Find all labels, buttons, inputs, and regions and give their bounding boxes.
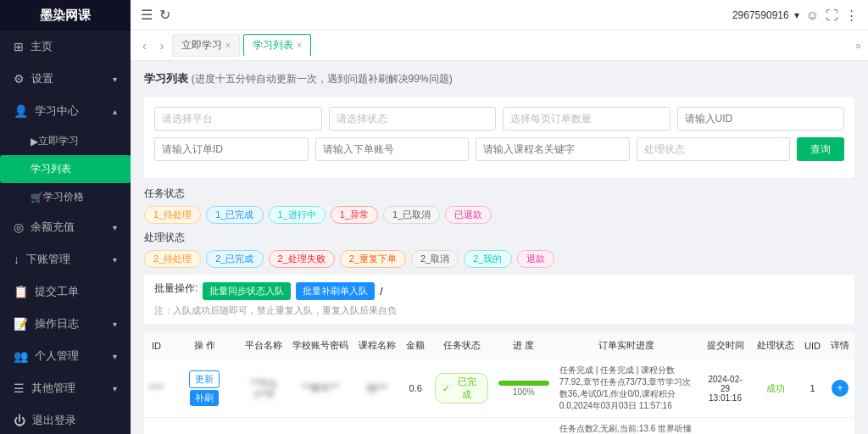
content-area: 学习列表 (进度十五分钟自动更新一次，遇到问题补刷解决99%问题) 请选择平台 … xyxy=(131,61,868,434)
sidebar-item-operation-log[interactable]: 📝 操作日志 ▾ xyxy=(0,308,131,340)
tag-completed[interactable]: 1_已完成 xyxy=(206,206,263,224)
tab-more-btn[interactable]: » xyxy=(855,40,861,52)
play-icon: ▶ xyxy=(31,136,38,147)
uid-input[interactable] xyxy=(677,107,845,131)
status-select[interactable]: 请选择状态 xyxy=(329,107,497,131)
refresh-icon[interactable]: ↻ xyxy=(159,7,170,23)
batch-fill-btn[interactable]: 批量补刷单入队 xyxy=(296,282,375,300)
cell-task-status: ✓ 已完成 xyxy=(430,359,493,418)
sidebar-item-settings[interactable]: ⚙ 设置 ▾ xyxy=(0,63,131,95)
col-course: 课程名称 xyxy=(353,332,401,359)
batch-sync-btn[interactable]: 批量同步状态入队 xyxy=(203,282,291,300)
cell-ops: 更新 补刷 xyxy=(169,418,240,435)
batch-ops-section: 批量操作: 批量同步状态入队 批量补刷单入队 / 注：入队成功后随即可，禁止重复… xyxy=(144,275,854,324)
tab-close-icon[interactable]: × xyxy=(297,41,302,50)
cell-amount: 0.6 xyxy=(401,359,430,418)
chevron-down-icon: ▾ xyxy=(113,223,117,232)
col-order-progress: 订单实时进度 xyxy=(554,332,698,359)
tab-instant-study[interactable]: 立即学习 × xyxy=(172,34,240,57)
tag-refunded[interactable]: 已退款 xyxy=(445,206,492,224)
tag-proc-processing[interactable]: 2_待处理 xyxy=(144,250,201,268)
user-dropdown-icon: ▾ xyxy=(794,9,799,21)
task-status-badge: ✓ 已完成 xyxy=(435,373,488,403)
tab-bar: ‹ › 立即学习 × 学习列表 × » xyxy=(131,31,868,61)
chevron-down-icon: ▾ xyxy=(113,352,117,361)
sidebar-item-label: 个人管理 xyxy=(35,348,79,364)
chevron-up-icon: ▴ xyxy=(113,107,117,116)
sidebar-item-label: 学习中心 xyxy=(35,103,79,119)
col-process-status: 处理状态 xyxy=(752,332,799,359)
table-row: **** 更新 补刷 ***学 ***账号*** 公*** 0.6 xyxy=(144,418,854,435)
tab-study-list[interactable]: 学习列表 × xyxy=(243,34,311,57)
cell-id: **** xyxy=(144,359,169,418)
more-icon[interactable]: ⋮ xyxy=(845,8,858,23)
tab-forward-btn[interactable]: › xyxy=(155,39,170,53)
fullscreen-icon[interactable]: ⛶ xyxy=(826,8,838,22)
detail-btn[interactable]: + xyxy=(832,380,849,397)
tag-proc-cancelled[interactable]: 2_取消 xyxy=(411,250,459,268)
task-status-section: 任务状态 1_待处理 1_已完成 1_进行中 1_异常 1_已取消 已退款 xyxy=(144,186,854,224)
sidebar-item-study-list[interactable]: 学习列表 xyxy=(0,155,131,183)
sidebar-item-learning-center[interactable]: 👤 学习中心 ▴ xyxy=(0,95,131,127)
progress-label: 100% xyxy=(498,387,549,397)
sidebar-item-label: 立即学习 xyxy=(38,134,79,148)
sidebar-item-label: 学习价格 xyxy=(43,190,84,204)
cell-course: 四*** xyxy=(353,359,401,418)
order-id-input[interactable] xyxy=(154,137,309,161)
table-header-row: ID 操 作 平台名称 学校账号密码 课程名称 金额 任务状态 进 度 订单实时… xyxy=(144,332,854,359)
tab-close-icon[interactable]: × xyxy=(225,41,231,50)
cell-progress: 85.92% xyxy=(493,418,554,435)
sidebar-logo: 墨染网课 xyxy=(0,0,131,31)
tag-proc-completed[interactable]: 2_已完成 xyxy=(206,250,263,268)
sidebar-item-label: 提交工单 xyxy=(35,284,79,299)
col-account: 学校账号密码 xyxy=(287,332,353,359)
process-status-text: 成功 xyxy=(766,383,785,393)
platform-select[interactable]: 请选择平台 xyxy=(154,107,322,131)
recharge-icon: ◎ xyxy=(14,220,24,234)
user-info[interactable]: 2967590916 ▾ xyxy=(732,9,799,21)
cell-ops: 更新 补刷 xyxy=(169,359,240,418)
sidebar-item-ticket[interactable]: 📋 提交工单 xyxy=(0,275,131,308)
course-keyword-input[interactable] xyxy=(476,137,630,161)
sidebar-item-recharge[interactable]: ◎ 余额充值 ▾ xyxy=(0,211,131,243)
tag-proc-resend[interactable]: 2_重复下单 xyxy=(340,250,406,268)
sidebar-item-home[interactable]: ⊞ 主页 xyxy=(0,31,131,63)
ticket-icon: 📋 xyxy=(14,285,28,298)
sidebar-item-instant-study[interactable]: ▶ 立即学习 xyxy=(0,127,131,155)
tag-abnormal[interactable]: 1_异常 xyxy=(331,206,378,224)
query-button[interactable]: 查询 xyxy=(797,137,844,161)
cell-amount: 0.6 xyxy=(401,418,430,435)
page-count-select[interactable]: 选择每页订单数量 xyxy=(503,107,670,131)
tag-processing[interactable]: 1_待处理 xyxy=(144,206,201,224)
menu-icon[interactable]: ☰ xyxy=(141,7,153,23)
sidebar-item-label: 设置 xyxy=(31,71,53,86)
topbar: ☰ ↻ 2967590916 ▾ ☺ ⛶ ⋮ xyxy=(131,0,868,31)
col-uid: UID xyxy=(799,332,826,359)
filter-row-1: 请选择平台 请选择状态 选择每页订单数量 xyxy=(154,107,844,131)
tag-in-progress[interactable]: 1_进行中 xyxy=(269,206,326,224)
process-status-select[interactable]: 处理状态 xyxy=(637,137,791,161)
account-input[interactable] xyxy=(315,137,470,161)
fill-btn[interactable]: 补刷 xyxy=(190,390,219,406)
cell-uid: 1 xyxy=(799,418,826,435)
sidebar-item-user-manage[interactable]: 👥 个人管理 ▾ xyxy=(0,340,131,372)
avatar-icon[interactable]: ☺ xyxy=(806,8,819,22)
cell-account: ***账号*** xyxy=(287,359,353,418)
sidebar-item-other-manage[interactable]: ☰ 其他管理 ▾ xyxy=(0,372,131,404)
cell-course: 公*** xyxy=(353,418,401,435)
order-progress-text: 任务完成 | 任务完成 | 课程分数77.92,章节任务点73/73,章节学习次… xyxy=(559,364,693,412)
tag-proc-mine[interactable]: 2_我的 xyxy=(464,250,511,268)
tag-proc-failed[interactable]: 2_处理失败 xyxy=(269,250,335,268)
tag-cancelled[interactable]: 1_已取消 xyxy=(383,206,440,224)
logout-icon: ⏻ xyxy=(14,414,25,427)
sidebar-item-download[interactable]: ↓ 下账管理 ▾ xyxy=(0,243,131,275)
sidebar-item-logout[interactable]: ⏻ 退出登录 xyxy=(0,404,131,434)
update-btn[interactable]: 更新 xyxy=(189,370,220,388)
tab-back-btn[interactable]: ‹ xyxy=(137,39,152,53)
sidebar-item-label: 退出登录 xyxy=(32,413,76,428)
user-icon: 👤 xyxy=(14,104,28,118)
cell-process-status: 成功 xyxy=(752,359,799,418)
data-table: ID 操 作 平台名称 学校账号密码 课程名称 金额 任务状态 进 度 订单实时… xyxy=(144,332,854,434)
sidebar-item-study-price[interactable]: 🛒 学习价格 xyxy=(0,183,131,211)
tag-proc-refund[interactable]: 退款 xyxy=(517,250,554,268)
